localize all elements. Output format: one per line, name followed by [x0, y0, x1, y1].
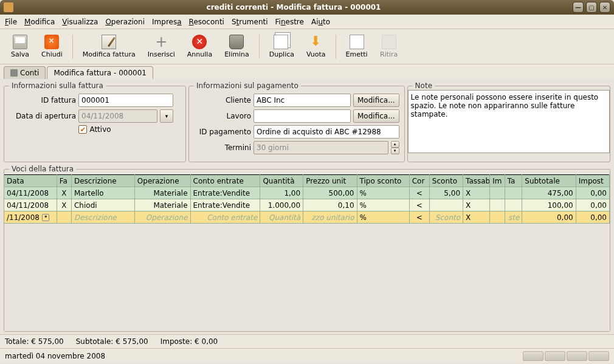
input-id-fattura[interactable]	[78, 94, 173, 107]
spinner-termini[interactable]: ▴▾	[391, 141, 399, 154]
tax-label: Imposte: € 0,00	[160, 337, 218, 346]
delete-button[interactable]: Elimina	[218, 31, 255, 63]
label-id-pagamento: ID pagamento	[194, 128, 251, 136]
save-button[interactable]: Salva	[5, 31, 35, 63]
table-row-new[interactable]: /11/2008 DescrizioneOperazioneConto entr…	[4, 211, 610, 224]
close-icon	[44, 35, 59, 49]
tab-modifica-fattura[interactable]: Modifica fattura - 000001	[47, 66, 153, 79]
group-note: Note	[407, 81, 610, 162]
table-row[interactable]: 04/11/2008XChiodiMaterialeEntrate:Vendit…	[4, 199, 610, 211]
col-sconto[interactable]: Sconto	[429, 175, 463, 187]
duplicate-button[interactable]: Duplica	[263, 31, 300, 63]
col-prezzo[interactable]: Prezzo unit	[303, 175, 357, 187]
invoice-lines-table[interactable]: Data Fa Descrizione Operazione Conto ent…	[4, 174, 610, 224]
app-icon	[4, 2, 13, 12]
date-dropdown-icon[interactable]	[42, 214, 49, 221]
group-info-pagamento: Informazioni sul pagamento Cliente Modif…	[188, 81, 405, 162]
col-tassabile[interactable]: Tassab	[463, 175, 490, 187]
textarea-note[interactable]	[409, 91, 609, 151]
table-wrap: Data Fa Descrizione Operazione Conto ent…	[4, 174, 610, 331]
menu-strumenti[interactable]: Strumenti	[232, 18, 268, 26]
col-operazione[interactable]: Operazione	[134, 175, 190, 187]
close-window-button[interactable]: ✕	[599, 2, 610, 13]
statusbar: martedì 04 novembre 2008	[0, 348, 614, 363]
edit-icon	[102, 35, 116, 49]
col-imposta[interactable]: Impost	[576, 175, 609, 187]
label-id-fattura: ID fattura	[9, 96, 76, 105]
duplicate-icon	[274, 35, 288, 49]
toolbar: Salva Chiudi Modifica fattura +Inserisci…	[0, 29, 614, 64]
status-box	[523, 351, 543, 361]
label-cliente: Cliente	[194, 96, 251, 105]
table-row[interactable]: 04/11/2008XMartelloMaterialeEntrate:Vend…	[4, 187, 610, 199]
empty-button[interactable]: Vuota	[300, 31, 332, 63]
minimize-button[interactable]: —	[573, 2, 584, 13]
menu-modifica[interactable]: Modifica	[24, 18, 55, 26]
footer-totals: Totale: € 575,00 Subtotale: € 575,00 Imp…	[0, 334, 614, 348]
toolbar-separator	[336, 35, 336, 59]
col-fa[interactable]: Fa	[57, 175, 71, 187]
legend-voci: Voci della fattura	[9, 165, 76, 173]
legend-note: Note	[413, 81, 435, 90]
emit-icon	[350, 35, 364, 49]
col-cor[interactable]: Cor	[409, 175, 429, 187]
input-cliente[interactable]	[254, 94, 351, 107]
status-date: martedì 04 novembre 2008	[5, 352, 105, 360]
total-label: Totale: € 575,00	[5, 337, 64, 346]
col-data[interactable]: Data	[4, 175, 57, 187]
col-quantita[interactable]: Quantità	[260, 175, 303, 187]
col-subtotale[interactable]: Subtotale	[522, 175, 576, 187]
tabbar: Conti Modifica fattura - 000001	[0, 64, 614, 79]
menubar: File Modifica Visualizza Operazioni Impr…	[0, 15, 614, 29]
maximize-button[interactable]: ▢	[586, 2, 597, 13]
close-button[interactable]: Chiudi	[35, 31, 69, 63]
menu-visualizza[interactable]: Visualizza	[62, 18, 98, 26]
cancel-button[interactable]: Annulla	[181, 31, 218, 63]
col-descrizione[interactable]: Descrizione	[71, 175, 134, 187]
emit-button[interactable]: Emetti	[340, 31, 374, 63]
label-lavoro: Lavoro	[194, 112, 251, 120]
trash-icon	[229, 35, 244, 49]
edit-invoice-button[interactable]: Modifica fattura	[77, 31, 142, 63]
col-conto[interactable]: Conto entrate	[190, 175, 260, 187]
menu-file[interactable]: File	[5, 18, 17, 26]
input-data-apertura	[78, 109, 157, 123]
retire-icon	[382, 35, 396, 49]
menu-finestre[interactable]: Finestre	[275, 18, 304, 26]
empty-icon	[309, 35, 323, 49]
plus-icon: +	[154, 35, 168, 49]
input-termini	[254, 141, 388, 154]
input-lavoro[interactable]	[254, 109, 351, 123]
col-im[interactable]: Im	[490, 175, 505, 187]
label-data-apertura: Data di apertura	[9, 112, 76, 120]
date-picker-button[interactable]: ▾	[160, 109, 173, 123]
menu-aiuto[interactable]: Aiuto	[311, 18, 330, 26]
table-header-row[interactable]: Data Fa Descrizione Operazione Conto ent…	[4, 175, 610, 187]
status-box	[567, 351, 587, 361]
retire-button: Ritira	[374, 31, 404, 63]
content: Informazioni sulla fattura ID fattura Da…	[0, 79, 614, 334]
col-tat[interactable]: Ta	[505, 175, 522, 187]
subtotal-label: Subtotale: € 575,00	[76, 337, 148, 346]
checkbox-attivo[interactable]	[78, 125, 87, 134]
group-info-fattura: Informazioni sulla fattura ID fattura Da…	[4, 81, 186, 162]
group-voci: Voci della fattura Data Fa Descrizione O…	[4, 165, 610, 332]
menu-impresa[interactable]: Impresa	[152, 18, 182, 26]
toolbar-separator	[259, 35, 260, 59]
save-icon	[13, 35, 27, 49]
button-modifica-lavoro[interactable]: Modifica...	[353, 109, 399, 123]
col-tipo-sconto[interactable]: Tipo sconto	[357, 175, 409, 187]
menu-resoconti[interactable]: Resoconti	[189, 18, 224, 26]
insert-button[interactable]: +Inserisci	[142, 31, 181, 63]
status-box	[545, 351, 565, 361]
menu-operazioni[interactable]: Operazioni	[105, 18, 145, 26]
label-termini: Termini	[194, 143, 251, 152]
legend-info: Informazioni sulla fattura	[9, 81, 106, 90]
tab-conti[interactable]: Conti	[4, 66, 46, 79]
label-attivo: Attivo	[89, 125, 111, 134]
button-modifica-cliente[interactable]: Modifica...	[353, 94, 399, 107]
accounts-icon	[10, 69, 18, 77]
input-id-pagamento[interactable]	[254, 125, 399, 139]
table-blank-area	[4, 224, 610, 331]
status-box	[588, 351, 609, 361]
